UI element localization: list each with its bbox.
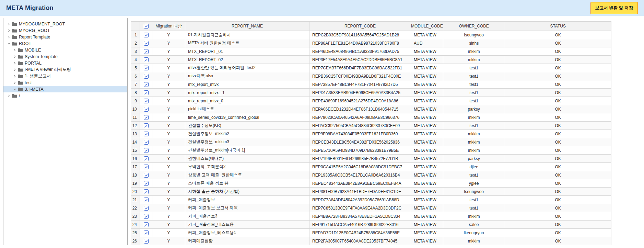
row-checkbox-cell[interactable]	[140, 179, 152, 188]
row-checkbox[interactable]	[144, 132, 149, 136]
table-row[interactable]: 18Y상품별 고객 매출_권한테스트REP19385A6C3CB54E17B1C…	[131, 171, 611, 179]
table-row[interactable]: 5Ymtvx권한만 있는 메타뷰어파일_test2REP7CEAB7F666DD…	[131, 64, 611, 72]
row-checkbox-cell[interactable]	[140, 56, 152, 64]
tree-node-i-meta-viewer-[interactable]: i-META Viewer 리팩토링	[3, 66, 127, 73]
row-checkbox[interactable]	[144, 173, 149, 178]
table-row[interactable]: 4YMTX_REPORT_02REP3E17F54A8E9A4E5CAC2DDB…	[131, 56, 611, 64]
row-checkbox-cell[interactable]	[140, 155, 152, 163]
chevron-right-icon[interactable]	[13, 81, 17, 85]
row-checkbox[interactable]	[144, 156, 149, 161]
row-checkbox[interactable]	[144, 33, 149, 37]
chevron-right-icon[interactable]	[13, 48, 17, 52]
table-row[interactable]: 23Y커피_매출정보3REP4B8A728FB8334A578E8EDF1A5C…	[131, 212, 611, 221]
row-checkbox[interactable]	[144, 189, 149, 194]
row-checkbox[interactable]	[144, 230, 149, 235]
table-row[interactable]: 15Y건설발주정보_mkkim[다국어 1]REPE5710A594D934D7…	[131, 146, 611, 155]
row-checkbox-cell[interactable]	[140, 113, 152, 122]
row-checkbox-cell[interactable]	[140, 47, 152, 56]
chevron-right-icon[interactable]	[13, 68, 17, 72]
row-checkbox-cell[interactable]	[140, 31, 152, 39]
tree-node-root[interactable]: ROOT	[3, 40, 127, 47]
row-checkbox-cell[interactable]	[140, 122, 152, 130]
row-checkbox[interactable]	[144, 206, 149, 211]
select-all-checkbox[interactable]	[140, 22, 152, 31]
convert-save-report-button[interactable]: 보고서 변환 및 저장	[590, 2, 638, 14]
table-row[interactable]: 10YpickList테스트REPA06ECED1232D44EF86F131B…	[131, 105, 611, 113]
table-row[interactable]: 25Y커피_매출정보_테스트용1REPAD7D1D125F0C4B24B7588…	[131, 229, 611, 237]
tree-node-test[interactable]: test	[3, 79, 127, 86]
row-checkbox[interactable]	[144, 165, 149, 169]
table-row[interactable]: 16Y권한테스트(메타뷰)REP7196EB001F4D4268985E7B45…	[131, 155, 611, 163]
row-checkbox-cell[interactable]	[140, 163, 152, 171]
select-all-checkbox-box[interactable]	[144, 24, 149, 29]
chevron-right-icon[interactable]	[7, 94, 11, 98]
row-checkbox-cell[interactable]	[140, 221, 152, 229]
chevron-right-icon[interactable]	[7, 22, 11, 26]
row-checkbox-cell[interactable]	[140, 105, 152, 113]
row-checkbox[interactable]	[144, 74, 149, 79]
chevron-right-icon[interactable]	[13, 55, 17, 59]
chevron-right-icon[interactable]	[7, 35, 11, 39]
row-checkbox[interactable]	[144, 115, 149, 120]
table-row[interactable]: 17Y무역협회_고객분석2REP0CA415E5A2C046C18D6A088D…	[131, 163, 611, 171]
tree-node-portal[interactable]: PORTAL	[3, 60, 127, 66]
row-checkbox-cell[interactable]	[140, 72, 152, 80]
row-checkbox[interactable]	[144, 99, 149, 103]
row-checkbox[interactable]	[144, 198, 149, 202]
row-checkbox-cell[interactable]	[140, 80, 152, 89]
chevron-right-icon[interactable]	[13, 74, 17, 78]
row-checkbox[interactable]	[144, 181, 149, 186]
row-checkbox[interactable]	[144, 49, 149, 54]
tree-node--[interactable]: /	[3, 92, 127, 99]
table-row[interactable]: 11Ytime_series_covid19_confirmed_globalR…	[131, 113, 611, 122]
chevron-right-icon[interactable]	[13, 61, 17, 65]
row-checkbox-cell[interactable]	[140, 146, 152, 155]
row-checkbox-cell[interactable]	[140, 196, 152, 204]
table-row[interactable]: 22Y커피_매출정보 보고서 제목REP7C85813B0E9F4FA8AA9E…	[131, 204, 611, 212]
tree-node-1-[interactable]: 1. 샘플보고서	[3, 73, 127, 79]
row-checkbox-cell[interactable]	[140, 188, 152, 196]
row-checkbox-cell[interactable]	[140, 171, 152, 179]
row-checkbox-cell[interactable]	[140, 237, 152, 245]
table-row[interactable]: 14Y건설발주정보_mkkim3REPCEB43D1E8C504EA382FD0…	[131, 138, 611, 146]
row-checkbox-cell[interactable]	[140, 97, 152, 105]
chevron-right-icon[interactable]	[7, 29, 11, 33]
chevron-down-icon[interactable]	[7, 42, 11, 46]
row-checkbox[interactable]	[144, 222, 149, 227]
tree-node-mobile[interactable]: MOBILE	[3, 47, 127, 53]
row-checkbox-cell[interactable]	[140, 138, 152, 146]
row-checkbox[interactable]	[144, 148, 149, 153]
row-checkbox[interactable]	[144, 107, 149, 112]
row-checkbox[interactable]	[144, 82, 149, 87]
table-row[interactable]: 7Ymtx_report_mtvxREP73857EF48BC944F781F7…	[131, 80, 611, 89]
row-checkbox[interactable]	[144, 123, 149, 128]
table-row[interactable]: 9Ymtx_report_mtvx_0REPE43890F169694521A2…	[131, 97, 611, 105]
row-checkbox-cell[interactable]	[140, 89, 152, 97]
table-row[interactable]: 3YMTX_REPORT_01REP46DE48A084964BC1A8333F…	[131, 47, 611, 56]
row-checkbox-cell[interactable]	[140, 130, 152, 138]
row-checkbox[interactable]	[144, 57, 149, 62]
tree-node-report-template[interactable]: Report Template	[3, 34, 127, 40]
table-row[interactable]: 1Y01.지하철출퇴근승하차REPC2B03C5DF98141169A55647…	[131, 31, 611, 39]
table-row[interactable]: 13Y건설발주정보_mkkim2REP9F08BAA743084E05933FE…	[131, 130, 611, 138]
row-checkbox-cell[interactable]	[140, 204, 152, 212]
row-checkbox-cell[interactable]	[140, 39, 152, 47]
table-row[interactable]: 6Ymtvx제목.xlsxREPB36C25FCF00E49BBA9B1D6F3…	[131, 72, 611, 80]
row-checkbox[interactable]	[144, 239, 149, 244]
row-checkbox[interactable]	[144, 90, 149, 95]
table-row[interactable]: 21Y커피_매출정보REPD77A843DF45042A392D05A78691…	[131, 196, 611, 204]
row-checkbox-cell[interactable]	[140, 229, 152, 237]
row-checkbox[interactable]	[144, 41, 149, 46]
tree-node-system-template[interactable]: System Template	[3, 53, 127, 60]
table-row[interactable]: 24Y커피_매출정보_테스트용REP91715DACCA544016B7289D…	[131, 221, 611, 229]
row-checkbox[interactable]	[144, 66, 149, 70]
chevron-down-icon[interactable]	[13, 87, 17, 91]
row-checkbox-cell[interactable]	[140, 64, 152, 72]
tree-node-3-i-meta[interactable]: 3. i-META	[3, 86, 127, 92]
tree-node-mydocument-root[interactable]: MYDOCUMENT_ROOT	[3, 21, 127, 27]
table-row[interactable]: 12Y건설발주정보(KR)REPACC927505CBA45C4834C6233…	[131, 122, 611, 130]
tree-node-myorg-root[interactable]: MYORG_ROOT	[3, 27, 127, 34]
row-checkbox[interactable]	[144, 214, 149, 219]
row-checkbox[interactable]	[144, 140, 149, 145]
table-row[interactable]: 8Ymtx_report_mtvx_-1REPD1A3533EAB904EB09…	[131, 89, 611, 97]
